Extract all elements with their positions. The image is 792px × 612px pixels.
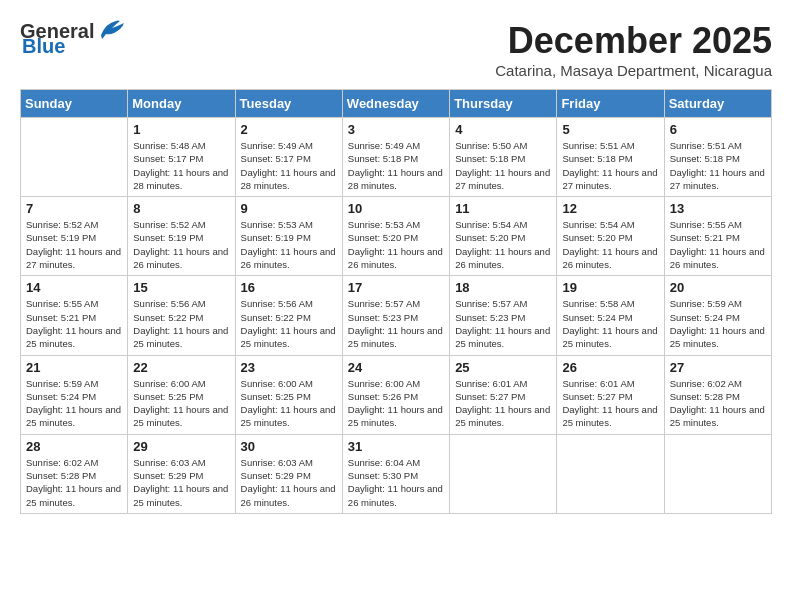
day-number: 5 [562,122,658,137]
calendar-cell: 29Sunrise: 6:03 AMSunset: 5:29 PMDayligh… [128,434,235,513]
calendar-cell: 12Sunrise: 5:54 AMSunset: 5:20 PMDayligh… [557,197,664,276]
day-number: 22 [133,360,229,375]
day-info: Sunrise: 5:57 AMSunset: 5:23 PMDaylight:… [455,297,551,350]
calendar-cell: 6Sunrise: 5:51 AMSunset: 5:18 PMDaylight… [664,118,771,197]
day-info: Sunrise: 5:55 AMSunset: 5:21 PMDaylight:… [26,297,122,350]
calendar-cell: 10Sunrise: 5:53 AMSunset: 5:20 PMDayligh… [342,197,449,276]
day-number: 14 [26,280,122,295]
day-number: 23 [241,360,337,375]
day-info: Sunrise: 5:48 AMSunset: 5:17 PMDaylight:… [133,139,229,192]
day-info: Sunrise: 5:52 AMSunset: 5:19 PMDaylight:… [133,218,229,271]
day-number: 21 [26,360,122,375]
day-number: 17 [348,280,444,295]
day-number: 30 [241,439,337,454]
calendar-cell: 4Sunrise: 5:50 AMSunset: 5:18 PMDaylight… [450,118,557,197]
day-info: Sunrise: 5:58 AMSunset: 5:24 PMDaylight:… [562,297,658,350]
day-info: Sunrise: 5:54 AMSunset: 5:20 PMDaylight:… [455,218,551,271]
day-info: Sunrise: 5:55 AMSunset: 5:21 PMDaylight:… [670,218,766,271]
calendar-cell: 31Sunrise: 6:04 AMSunset: 5:30 PMDayligh… [342,434,449,513]
day-info: Sunrise: 6:00 AMSunset: 5:26 PMDaylight:… [348,377,444,430]
calendar-cell: 21Sunrise: 5:59 AMSunset: 5:24 PMDayligh… [21,355,128,434]
calendar-cell: 28Sunrise: 6:02 AMSunset: 5:28 PMDayligh… [21,434,128,513]
day-info: Sunrise: 6:03 AMSunset: 5:29 PMDaylight:… [241,456,337,509]
day-info: Sunrise: 6:04 AMSunset: 5:30 PMDaylight:… [348,456,444,509]
day-number: 9 [241,201,337,216]
day-info: Sunrise: 5:49 AMSunset: 5:17 PMDaylight:… [241,139,337,192]
weekday-header-monday: Monday [128,90,235,118]
weekday-header-wednesday: Wednesday [342,90,449,118]
calendar-cell: 27Sunrise: 6:02 AMSunset: 5:28 PMDayligh… [664,355,771,434]
day-number: 31 [348,439,444,454]
calendar-table: SundayMondayTuesdayWednesdayThursdayFrid… [20,89,772,514]
calendar-cell: 13Sunrise: 5:55 AMSunset: 5:21 PMDayligh… [664,197,771,276]
calendar-cell: 11Sunrise: 5:54 AMSunset: 5:20 PMDayligh… [450,197,557,276]
weekday-header-friday: Friday [557,90,664,118]
weekday-header-row: SundayMondayTuesdayWednesdayThursdayFrid… [21,90,772,118]
logo-blue-text: Blue [22,35,65,58]
day-info: Sunrise: 5:50 AMSunset: 5:18 PMDaylight:… [455,139,551,192]
calendar-cell [450,434,557,513]
day-number: 18 [455,280,551,295]
day-number: 16 [241,280,337,295]
calendar-cell: 2Sunrise: 5:49 AMSunset: 5:17 PMDaylight… [235,118,342,197]
calendar-cell: 14Sunrise: 5:55 AMSunset: 5:21 PMDayligh… [21,276,128,355]
day-info: Sunrise: 5:51 AMSunset: 5:18 PMDaylight:… [670,139,766,192]
calendar-cell: 1Sunrise: 5:48 AMSunset: 5:17 PMDaylight… [128,118,235,197]
day-number: 2 [241,122,337,137]
day-number: 19 [562,280,658,295]
day-number: 15 [133,280,229,295]
day-number: 13 [670,201,766,216]
calendar-cell [21,118,128,197]
day-number: 28 [26,439,122,454]
header: General Blue December 2025 Catarina, Mas… [20,20,772,79]
calendar-cell: 20Sunrise: 5:59 AMSunset: 5:24 PMDayligh… [664,276,771,355]
weekday-header-thursday: Thursday [450,90,557,118]
day-number: 25 [455,360,551,375]
calendar-week-row: 1Sunrise: 5:48 AMSunset: 5:17 PMDaylight… [21,118,772,197]
day-info: Sunrise: 5:59 AMSunset: 5:24 PMDaylight:… [670,297,766,350]
day-number: 10 [348,201,444,216]
day-info: Sunrise: 5:53 AMSunset: 5:20 PMDaylight:… [348,218,444,271]
day-info: Sunrise: 5:52 AMSunset: 5:19 PMDaylight:… [26,218,122,271]
calendar-week-row: 28Sunrise: 6:02 AMSunset: 5:28 PMDayligh… [21,434,772,513]
calendar-cell: 15Sunrise: 5:56 AMSunset: 5:22 PMDayligh… [128,276,235,355]
day-number: 20 [670,280,766,295]
day-info: Sunrise: 6:01 AMSunset: 5:27 PMDaylight:… [562,377,658,430]
day-number: 4 [455,122,551,137]
calendar-cell: 5Sunrise: 5:51 AMSunset: 5:18 PMDaylight… [557,118,664,197]
calendar-cell: 8Sunrise: 5:52 AMSunset: 5:19 PMDaylight… [128,197,235,276]
day-info: Sunrise: 5:51 AMSunset: 5:18 PMDaylight:… [562,139,658,192]
day-info: Sunrise: 6:03 AMSunset: 5:29 PMDaylight:… [133,456,229,509]
calendar-cell: 24Sunrise: 6:00 AMSunset: 5:26 PMDayligh… [342,355,449,434]
day-number: 8 [133,201,229,216]
day-info: Sunrise: 6:00 AMSunset: 5:25 PMDaylight:… [133,377,229,430]
day-number: 6 [670,122,766,137]
calendar-cell: 19Sunrise: 5:58 AMSunset: 5:24 PMDayligh… [557,276,664,355]
calendar-cell: 16Sunrise: 5:56 AMSunset: 5:22 PMDayligh… [235,276,342,355]
weekday-header-sunday: Sunday [21,90,128,118]
day-info: Sunrise: 5:54 AMSunset: 5:20 PMDaylight:… [562,218,658,271]
day-number: 1 [133,122,229,137]
calendar-cell [557,434,664,513]
day-info: Sunrise: 5:49 AMSunset: 5:18 PMDaylight:… [348,139,444,192]
calendar-week-row: 14Sunrise: 5:55 AMSunset: 5:21 PMDayligh… [21,276,772,355]
location-subtitle: Catarina, Masaya Department, Nicaragua [495,62,772,79]
day-info: Sunrise: 5:56 AMSunset: 5:22 PMDaylight:… [133,297,229,350]
title-area: December 2025 Catarina, Masaya Departmen… [495,20,772,79]
day-number: 7 [26,201,122,216]
day-info: Sunrise: 6:02 AMSunset: 5:28 PMDaylight:… [26,456,122,509]
day-number: 3 [348,122,444,137]
calendar-cell: 7Sunrise: 5:52 AMSunset: 5:19 PMDaylight… [21,197,128,276]
day-info: Sunrise: 5:59 AMSunset: 5:24 PMDaylight:… [26,377,122,430]
calendar-cell: 17Sunrise: 5:57 AMSunset: 5:23 PMDayligh… [342,276,449,355]
calendar-cell [664,434,771,513]
calendar-week-row: 7Sunrise: 5:52 AMSunset: 5:19 PMDaylight… [21,197,772,276]
calendar-cell: 3Sunrise: 5:49 AMSunset: 5:18 PMDaylight… [342,118,449,197]
logo-bird-icon [96,19,126,41]
day-info: Sunrise: 6:01 AMSunset: 5:27 PMDaylight:… [455,377,551,430]
calendar-cell: 30Sunrise: 6:03 AMSunset: 5:29 PMDayligh… [235,434,342,513]
day-number: 29 [133,439,229,454]
calendar-cell: 23Sunrise: 6:00 AMSunset: 5:25 PMDayligh… [235,355,342,434]
day-info: Sunrise: 6:00 AMSunset: 5:25 PMDaylight:… [241,377,337,430]
calendar-week-row: 21Sunrise: 5:59 AMSunset: 5:24 PMDayligh… [21,355,772,434]
